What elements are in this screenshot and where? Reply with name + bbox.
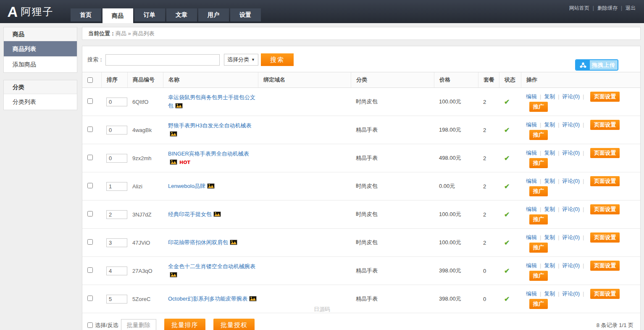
- clear-cache-link[interactable]: 删除缓存: [597, 5, 618, 11]
- nav-tab-articles[interactable]: 文章: [166, 8, 197, 21]
- link-separator: |: [540, 291, 541, 297]
- promote-button[interactable]: 推广: [529, 158, 548, 168]
- site-home-link[interactable]: 网站首页: [569, 5, 589, 11]
- sort-input[interactable]: [106, 238, 127, 247]
- nav-tab-home[interactable]: 首页: [71, 8, 101, 21]
- comments-link[interactable]: 评论(0): [562, 93, 580, 100]
- breadcrumb-prefix: 当前位置：: [88, 30, 116, 37]
- breadcrumb: 当前位置：商品 » 商品列表: [82, 27, 641, 40]
- page-settings-button[interactable]: 页面设置: [590, 176, 620, 186]
- product-name-link[interactable]: 全金色十二生肖镂空全自动机械腕表: [168, 263, 255, 269]
- copy-link[interactable]: 复制: [544, 262, 555, 269]
- copy-link[interactable]: 复制: [544, 206, 555, 212]
- comments-link[interactable]: 评论(0): [562, 121, 580, 128]
- comments-link[interactable]: 评论(0): [562, 262, 580, 269]
- batch-delete-button[interactable]: 批量删除: [121, 319, 156, 330]
- edit-link[interactable]: 编辑: [526, 262, 537, 269]
- page-settings-button[interactable]: 页面设置: [590, 289, 620, 299]
- thumbnail-icon: [170, 131, 177, 137]
- sort-input[interactable]: [106, 295, 127, 304]
- edit-link[interactable]: 编辑: [526, 234, 537, 240]
- status-ok-icon: ✔: [504, 211, 510, 218]
- row-checkbox[interactable]: [87, 183, 93, 188]
- batch-sort-button[interactable]: 批量排序: [164, 319, 205, 330]
- promote-button[interactable]: 推广: [529, 214, 548, 224]
- product-name-link[interactable]: 印花抽带搭扣休闲双肩包: [168, 239, 228, 246]
- thumbnail-icon: [170, 159, 177, 165]
- sidebar-item-category-list[interactable]: 分类列表: [4, 94, 77, 110]
- comments-link[interactable]: 评论(0): [562, 234, 580, 240]
- row-checkbox[interactable]: [87, 98, 93, 104]
- copy-link[interactable]: 复制: [544, 150, 555, 156]
- search-button[interactable]: 搜索: [261, 53, 294, 66]
- logout-link[interactable]: 退出: [626, 5, 636, 11]
- promote-button[interactable]: 推广: [529, 271, 548, 281]
- sort-input[interactable]: [106, 210, 127, 219]
- row-checkbox[interactable]: [87, 211, 93, 216]
- edit-link[interactable]: 编辑: [526, 206, 537, 212]
- page-settings-button[interactable]: 页面设置: [590, 92, 620, 102]
- comments-link[interactable]: 评论(0): [562, 178, 580, 184]
- page-settings-button[interactable]: 页面设置: [590, 232, 620, 243]
- category-select[interactable]: 选择分类 ▼: [224, 54, 258, 66]
- link-separator: |: [621, 5, 622, 11]
- nav-tab-products[interactable]: 商品: [103, 8, 133, 23]
- link-separator: |: [583, 150, 584, 156]
- edit-link[interactable]: 编辑: [526, 178, 537, 184]
- batch-auth-button[interactable]: 批量授权: [213, 319, 255, 330]
- app-logo[interactable]: A 阿狸子: [8, 5, 54, 19]
- edit-link[interactable]: 编辑: [526, 290, 537, 297]
- comments-link[interactable]: 评论(0): [562, 290, 580, 297]
- sort-input[interactable]: [106, 98, 127, 106]
- product-code: 27A3qO: [132, 268, 152, 274]
- row-checkbox[interactable]: [87, 155, 93, 160]
- page-settings-button[interactable]: 页面设置: [590, 148, 620, 158]
- package-cell: 2: [478, 155, 499, 161]
- sort-input[interactable]: [106, 126, 127, 135]
- edit-link[interactable]: 编辑: [526, 93, 537, 100]
- promote-button[interactable]: 推广: [529, 130, 548, 140]
- link-separator: |: [583, 263, 584, 269]
- product-name-link[interactable]: October幻影系列多功能皮带腕表: [168, 296, 247, 302]
- nav-tab-orders[interactable]: 订单: [134, 8, 165, 21]
- invert-select-checkbox[interactable]: [87, 322, 93, 328]
- promote-button[interactable]: 推广: [529, 243, 548, 253]
- select-all-checkbox[interactable]: [87, 77, 93, 83]
- row-checkbox[interactable]: [87, 127, 93, 132]
- edit-link[interactable]: 编辑: [526, 121, 537, 128]
- copy-link[interactable]: 复制: [544, 121, 555, 128]
- sort-input[interactable]: [106, 267, 127, 275]
- comments-link[interactable]: 评论(0): [562, 150, 580, 156]
- link-separator: |: [593, 5, 594, 11]
- nav-tab-users[interactable]: 用户: [198, 8, 229, 21]
- copy-link[interactable]: 复制: [544, 290, 555, 297]
- nav-tab-settings[interactable]: 设置: [230, 8, 261, 21]
- copy-link[interactable]: 复制: [544, 93, 555, 100]
- price-cell: 0.00元: [434, 182, 478, 190]
- page-settings-button[interactable]: 页面设置: [590, 204, 620, 214]
- page-settings-button[interactable]: 页面设置: [590, 261, 620, 271]
- row-checkbox[interactable]: [87, 267, 93, 273]
- sort-input[interactable]: [106, 182, 127, 191]
- page-settings-button[interactable]: 页面设置: [590, 120, 620, 130]
- product-name-link[interactable]: 经典印花手提女包: [168, 211, 212, 217]
- row-checkbox[interactable]: [87, 296, 93, 301]
- product-name-link[interactable]: BINGER宾格手表男全自动机械表: [168, 150, 249, 157]
- promote-button[interactable]: 推广: [529, 186, 548, 196]
- edit-link[interactable]: 编辑: [526, 150, 537, 156]
- copy-link[interactable]: 复制: [544, 178, 555, 184]
- sidebar-item-product-list[interactable]: 商品列表: [4, 41, 77, 57]
- comments-link[interactable]: 评论(0): [562, 206, 580, 212]
- status-ok-icon: ✔: [504, 127, 510, 134]
- copy-link[interactable]: 复制: [544, 234, 555, 240]
- record-count: 8 条记录 1/1 页: [597, 322, 633, 329]
- product-name-link[interactable]: Lenwebolo品牌: [168, 183, 205, 189]
- package-cell: 2: [478, 183, 499, 190]
- row-checkbox[interactable]: [87, 239, 93, 245]
- sidebar-item-add-product[interactable]: 添加商品: [4, 57, 77, 72]
- sort-input[interactable]: [106, 154, 127, 163]
- drag-upload-button[interactable]: 拖拽上传: [575, 59, 618, 71]
- product-name-link[interactable]: 野狼手表男H3自发光全自动机械表: [168, 122, 252, 129]
- search-input[interactable]: [105, 54, 220, 66]
- promote-button[interactable]: 推广: [529, 102, 548, 112]
